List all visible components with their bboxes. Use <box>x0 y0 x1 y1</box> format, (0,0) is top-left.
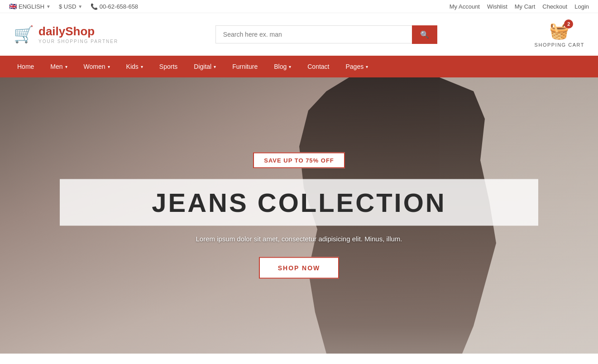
flag-icon: 🇬🇧 <box>9 3 17 10</box>
logo-name: dailyShop <box>38 24 118 38</box>
nav-blog[interactable]: Blog ▾ <box>266 56 299 77</box>
nav-pages-label: Pages <box>346 63 364 70</box>
lang-dropdown-arrow: ▼ <box>46 4 51 9</box>
phone-icon: 📞 <box>91 3 98 10</box>
logo-name-accent: Shop <box>65 24 95 38</box>
search-input[interactable] <box>215 25 412 43</box>
logo-tagline: YOUR SHOPPING PARTNER <box>38 39 118 44</box>
logo-text: dailyShop YOUR SHOPPING PARTNER <box>38 24 118 44</box>
navbar: Home Men ▾ Women ▾ Kids ▾ Sports Digital… <box>0 56 598 77</box>
hero-title-wrap: JEANS COLLECTION <box>60 179 538 226</box>
search-icon: 🔍 <box>420 31 429 38</box>
nav-kids[interactable]: Kids ▾ <box>118 56 151 77</box>
nav-home-label: Home <box>17 63 34 70</box>
cart-badge: 2 <box>564 19 573 29</box>
nav-men[interactable]: Men ▾ <box>42 56 75 77</box>
checkout-link[interactable]: Checkout <box>542 3 567 10</box>
nav-furniture-label: Furniture <box>232 63 258 70</box>
top-bar-right: My Account Wishlist My Cart Checkout Log… <box>450 3 589 10</box>
hero-title: JEANS COLLECTION <box>123 187 475 218</box>
nav-kids-arrow: ▾ <box>141 64 143 69</box>
search-area: 🔍 <box>215 25 437 44</box>
language-label: ENGLISH <box>19 3 44 10</box>
nav-men-label: Men <box>50 63 62 70</box>
logo-name-plain: daily <box>38 24 65 38</box>
currency-dropdown-arrow: ▼ <box>78 4 82 9</box>
nav-women-arrow: ▾ <box>108 64 110 69</box>
hero-cta-button[interactable]: SHOP NOW <box>259 257 340 279</box>
language-selector[interactable]: 🇬🇧 ENGLISH ▼ <box>9 3 51 10</box>
nav-women-label: Women <box>84 63 105 70</box>
wishlist-link[interactable]: Wishlist <box>487 3 507 10</box>
login-link[interactable]: Login <box>574 3 589 10</box>
nav-women[interactable]: Women ▾ <box>76 56 118 77</box>
currency-selector[interactable]: $ USD ▼ <box>59 3 82 10</box>
shopping-cart[interactable]: 🧺 2 SHOPPING CART <box>535 21 584 48</box>
nav-pages[interactable]: Pages ▾ <box>338 56 377 77</box>
top-bar: 🇬🇧 ENGLISH ▼ $ USD ▼ 📞 00-62-658-658 My … <box>0 0 598 13</box>
logo[interactable]: 🛒 dailyShop YOUR SHOPPING PARTNER <box>14 24 118 44</box>
hero-section: SAVE UP TO 75% OFF JEANS COLLECTION Lore… <box>0 77 598 354</box>
hero-content: SAVE UP TO 75% OFF JEANS COLLECTION Lore… <box>0 153 598 279</box>
nav-men-arrow: ▾ <box>65 64 67 69</box>
phone-number: 📞 00-62-658-658 <box>91 3 138 10</box>
my-account-link[interactable]: My Account <box>450 3 480 10</box>
nav-sports-label: Sports <box>159 63 177 70</box>
cart-label: SHOPPING CART <box>535 42 584 48</box>
top-bar-left: 🇬🇧 ENGLISH ▼ $ USD ▼ 📞 00-62-658-658 <box>9 3 138 10</box>
nav-pages-arrow: ▾ <box>366 64 368 69</box>
nav-digital-label: Digital <box>194 63 211 70</box>
header: 🛒 dailyShop YOUR SHOPPING PARTNER 🔍 🧺 2 … <box>0 13 598 56</box>
nav-contact[interactable]: Contact <box>299 56 337 77</box>
cart-logo-icon: 🛒 <box>14 26 34 43</box>
nav-contact-label: Contact <box>307 63 329 70</box>
hero-badge: SAVE UP TO 75% OFF <box>253 153 345 168</box>
nav-furniture[interactable]: Furniture <box>224 56 266 77</box>
nav-blog-arrow: ▾ <box>289 64 291 69</box>
nav-blog-label: Blog <box>274 63 287 70</box>
nav-digital[interactable]: Digital ▾ <box>186 56 224 77</box>
nav-digital-arrow: ▾ <box>214 64 216 69</box>
nav-home[interactable]: Home <box>9 56 42 77</box>
currency-label: $ USD <box>59 3 76 10</box>
my-cart-link[interactable]: My Cart <box>515 3 536 10</box>
nav-sports[interactable]: Sports <box>151 56 186 77</box>
hero-subtitle: Lorem ipsum dolor sit amet, consectetur … <box>196 235 402 243</box>
cart-icon-wrap: 🧺 2 <box>549 21 569 40</box>
phone-text: 00-62-658-658 <box>100 3 138 10</box>
search-button[interactable]: 🔍 <box>412 25 437 44</box>
nav-kids-label: Kids <box>126 63 139 70</box>
